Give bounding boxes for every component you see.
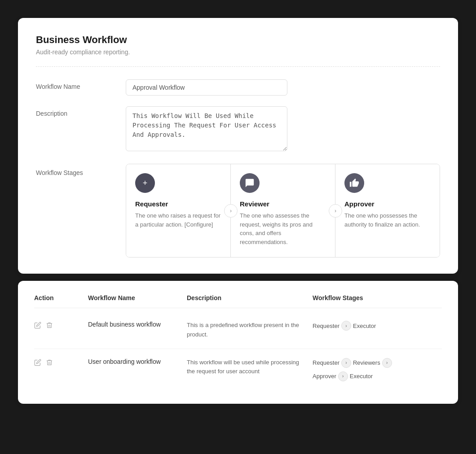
requester-icon: + — [135, 173, 155, 193]
stage-approver: Approver — [313, 373, 336, 380]
table-row: User onboarding workflow This workflow w… — [34, 349, 442, 390]
stage-requester: Requester — [313, 323, 339, 329]
requester-title: Requester — [135, 200, 221, 208]
workflow-name-control — [126, 79, 287, 96]
delete-icon-1[interactable] — [46, 322, 53, 331]
approver-title: Approver — [344, 200, 431, 208]
stage-arrow-1: › — [341, 358, 351, 368]
reviewer-stage: Reviewer The one who assesses the reques… — [231, 164, 335, 257]
action-icons-1 — [34, 321, 88, 331]
row1-stages: Requester › Executor — [313, 321, 442, 331]
reviewer-next-button[interactable]: › — [329, 204, 342, 218]
approver-stage: Approver The one who possesses the autho… — [335, 164, 440, 257]
stage-arrow-2: › — [382, 358, 392, 368]
table-card: Action Workflow Name Description Workflo… — [18, 281, 458, 404]
row1-name: Default business workflow — [88, 321, 187, 328]
stage-executor: Executor — [353, 323, 376, 329]
reviewer-title: Reviewer — [240, 200, 326, 208]
requester-next-button[interactable]: › — [224, 204, 238, 218]
workflow-name-input[interactable] — [126, 79, 287, 96]
card-subtitle: Audit-ready compliance reporting. — [36, 48, 440, 56]
stages-container: + Requester The one who raises a request… — [126, 164, 440, 258]
reviewer-desc: The one who assesses the request, weighs… — [240, 211, 326, 246]
th-description: Description — [187, 294, 313, 301]
requester-stage: + Requester The one who raises a request… — [126, 164, 231, 257]
description-label: Description — [36, 106, 126, 117]
stages-label: Workflow Stages — [36, 164, 126, 176]
description-control: This Workflow Will Be Used While Process… — [126, 106, 287, 153]
divider — [36, 66, 440, 67]
row1-desc: This is a predefined workflow present in… — [187, 321, 313, 340]
stage-arrow-3: › — [338, 371, 348, 381]
edit-icon-1[interactable] — [34, 322, 41, 331]
requester-desc: The one who raises a request for a parti… — [135, 211, 221, 229]
workflow-name-label: Workflow Name — [36, 79, 126, 90]
row2-name: User onboarding workflow — [88, 358, 187, 365]
stage-reviewers: Reviewers — [353, 359, 380, 366]
row2-stages: Requester › Reviewers › Approver › Execu… — [313, 358, 442, 381]
th-stages: Workflow Stages — [313, 294, 442, 301]
stage-requester-2: Requester — [313, 359, 339, 366]
stage-executor-2: Executor — [350, 373, 373, 380]
approver-icon — [344, 173, 364, 193]
row2-desc: This workflow will be used while process… — [187, 358, 313, 377]
card-title: Business Workflow — [36, 34, 440, 46]
delete-icon-2[interactable] — [46, 359, 53, 368]
top-card: Business Workflow Audit-ready compliance… — [18, 18, 458, 274]
reviewer-icon — [240, 173, 260, 193]
table-row: Default business workflow This is a pred… — [34, 312, 442, 349]
th-action: Action — [34, 294, 88, 301]
approver-desc: The one who possesses the authority to f… — [344, 211, 431, 229]
description-row: Description This Workflow Will Be Used W… — [36, 106, 440, 153]
table-header: Action Workflow Name Description Workflo… — [34, 294, 442, 308]
edit-icon-2[interactable] — [34, 359, 41, 368]
workflow-name-row: Workflow Name — [36, 79, 440, 96]
th-name: Workflow Name — [88, 294, 187, 301]
description-textarea[interactable]: This Workflow Will Be Used While Process… — [126, 106, 287, 151]
workflow-stages-row: Workflow Stages + Requester The one who … — [36, 164, 440, 258]
stage-arrow: › — [341, 321, 351, 331]
action-icons-2 — [34, 358, 88, 368]
